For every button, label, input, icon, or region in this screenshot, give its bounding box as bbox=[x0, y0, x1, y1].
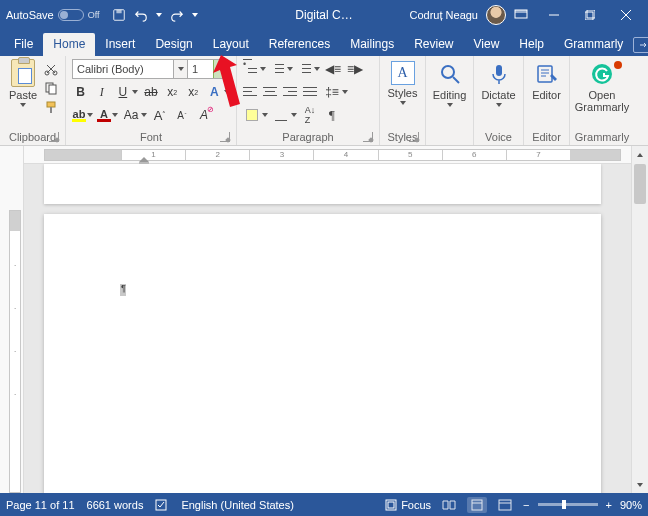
align-justify-button[interactable] bbox=[303, 85, 319, 99]
horizontal-ruler[interactable]: 1234567 bbox=[24, 146, 631, 164]
chevron-down-icon[interactable] bbox=[112, 113, 118, 117]
font-size-value[interactable]: 1 bbox=[188, 63, 213, 75]
dictate-button[interactable]: Dictate bbox=[479, 59, 519, 109]
sort-button[interactable]: A↓Z bbox=[301, 106, 319, 124]
tab-help[interactable]: Help bbox=[509, 33, 554, 56]
underline-button[interactable]: U bbox=[114, 83, 131, 101]
bold-button[interactable]: B bbox=[72, 83, 89, 101]
paste-button[interactable]: Paste bbox=[6, 59, 40, 107]
minimize-button[interactable] bbox=[536, 0, 572, 30]
editor-button[interactable]: Editor bbox=[527, 59, 567, 103]
grow-font-button[interactable]: A˄ bbox=[151, 106, 169, 124]
shading-button[interactable] bbox=[243, 106, 261, 124]
bullets-button[interactable] bbox=[243, 62, 259, 76]
strike-button[interactable]: ab bbox=[142, 83, 159, 101]
styles-button[interactable]: A Styles bbox=[383, 59, 423, 107]
editing-button[interactable]: Editing bbox=[430, 59, 470, 109]
chevron-down-icon[interactable] bbox=[287, 67, 293, 71]
format-painter-button[interactable] bbox=[43, 99, 59, 115]
decrease-indent-button[interactable]: ◀≡ bbox=[324, 60, 342, 78]
page[interactable] bbox=[44, 214, 601, 493]
zoom-value[interactable]: 90% bbox=[620, 499, 642, 511]
tab-references[interactable]: References bbox=[259, 33, 340, 56]
grammarly-button[interactable]: Open Grammarly bbox=[576, 59, 628, 115]
scroll-up-icon[interactable] bbox=[632, 146, 648, 163]
chevron-down-icon[interactable] bbox=[260, 67, 266, 71]
dialog-launcher-icon[interactable] bbox=[49, 132, 59, 142]
dialog-launcher-icon[interactable] bbox=[409, 132, 419, 142]
chevron-down-icon[interactable] bbox=[342, 90, 348, 94]
chevron-down-icon[interactable] bbox=[262, 113, 268, 117]
font-color-button[interactable]: A bbox=[97, 108, 111, 122]
autosave-toggle[interactable]: AutoSave Off bbox=[0, 9, 106, 21]
chevron-down-icon[interactable] bbox=[314, 67, 320, 71]
close-button[interactable] bbox=[608, 0, 644, 30]
copy-button[interactable] bbox=[43, 80, 59, 96]
chevron-down-icon[interactable] bbox=[87, 113, 93, 117]
status-words[interactable]: 6661 words bbox=[87, 499, 144, 511]
superscript-button[interactable]: x2 bbox=[185, 83, 202, 101]
font-name-combo[interactable]: Calibri (Body) bbox=[72, 59, 188, 79]
zoom-out-button[interactable]: − bbox=[523, 499, 529, 511]
share-button[interactable] bbox=[633, 37, 648, 53]
status-page[interactable]: Page 11 of 11 bbox=[6, 499, 75, 511]
ribbon-display-icon[interactable] bbox=[514, 7, 528, 23]
chevron-down-icon[interactable] bbox=[291, 113, 297, 117]
undo-more-icon[interactable] bbox=[156, 13, 162, 17]
change-case-button[interactable]: Aa bbox=[122, 106, 140, 124]
borders-button[interactable] bbox=[272, 106, 290, 124]
tab-layout[interactable]: Layout bbox=[203, 33, 259, 56]
zoom-in-button[interactable]: + bbox=[606, 499, 612, 511]
chevron-down-icon[interactable] bbox=[141, 113, 147, 117]
font-size-combo[interactable]: 1 bbox=[188, 59, 228, 79]
line-spacing-button[interactable]: ‡≡ bbox=[323, 83, 341, 101]
document-canvas[interactable] bbox=[24, 164, 631, 493]
status-language[interactable]: English (United States) bbox=[181, 499, 294, 511]
vertical-scrollbar[interactable] bbox=[631, 146, 648, 493]
font-name-dropdown-icon[interactable] bbox=[173, 60, 187, 78]
cut-button[interactable] bbox=[43, 61, 59, 77]
user-avatar[interactable] bbox=[486, 5, 506, 25]
tab-mailings[interactable]: Mailings bbox=[340, 33, 404, 56]
qat-customize-icon[interactable] bbox=[192, 13, 198, 17]
vertical-ruler[interactable]: ···· bbox=[0, 146, 24, 493]
tab-file[interactable]: File bbox=[4, 33, 43, 56]
subscript-button[interactable]: x2 bbox=[164, 83, 181, 101]
redo-icon[interactable] bbox=[170, 8, 184, 22]
zoom-slider[interactable] bbox=[538, 503, 598, 506]
print-layout-button[interactable] bbox=[467, 497, 487, 513]
numbering-button[interactable] bbox=[270, 62, 286, 76]
undo-icon[interactable] bbox=[134, 8, 148, 22]
multilevel-button[interactable] bbox=[297, 62, 313, 76]
font-size-dropdown-icon[interactable] bbox=[213, 60, 227, 78]
show-hide-button[interactable]: ¶ bbox=[323, 106, 341, 124]
web-layout-button[interactable] bbox=[495, 497, 515, 513]
tab-insert[interactable]: Insert bbox=[95, 33, 145, 56]
tab-design[interactable]: Design bbox=[145, 33, 202, 56]
chevron-down-icon[interactable] bbox=[224, 90, 230, 94]
tab-review[interactable]: Review bbox=[404, 33, 463, 56]
dialog-launcher-icon[interactable] bbox=[363, 132, 373, 142]
tab-home[interactable]: Home bbox=[43, 33, 95, 56]
focus-mode-button[interactable]: Focus bbox=[385, 499, 431, 511]
italic-button[interactable]: I bbox=[93, 83, 110, 101]
status-spellcheck[interactable] bbox=[155, 499, 169, 511]
scroll-down-icon[interactable] bbox=[632, 476, 648, 493]
dialog-launcher-icon[interactable] bbox=[220, 132, 230, 142]
save-icon[interactable] bbox=[112, 8, 126, 22]
highlight-button[interactable]: ab bbox=[72, 108, 86, 122]
shrink-font-button[interactable]: A˅ bbox=[173, 106, 191, 124]
chevron-down-icon[interactable] bbox=[132, 90, 138, 94]
clear-formatting-button[interactable]: A⊘ bbox=[195, 106, 213, 124]
scroll-thumb[interactable] bbox=[634, 164, 646, 204]
autosave-switch-off-icon[interactable] bbox=[58, 9, 84, 21]
align-left-button[interactable] bbox=[243, 85, 259, 99]
align-center-button[interactable] bbox=[263, 85, 279, 99]
increase-indent-button[interactable]: ≡▶ bbox=[346, 60, 364, 78]
read-mode-button[interactable] bbox=[439, 497, 459, 513]
align-right-button[interactable] bbox=[283, 85, 299, 99]
tab-grammarly[interactable]: Grammarly bbox=[554, 33, 633, 56]
restore-button[interactable] bbox=[572, 0, 608, 30]
tab-view[interactable]: View bbox=[464, 33, 510, 56]
text-effects-button[interactable]: A bbox=[206, 83, 223, 101]
